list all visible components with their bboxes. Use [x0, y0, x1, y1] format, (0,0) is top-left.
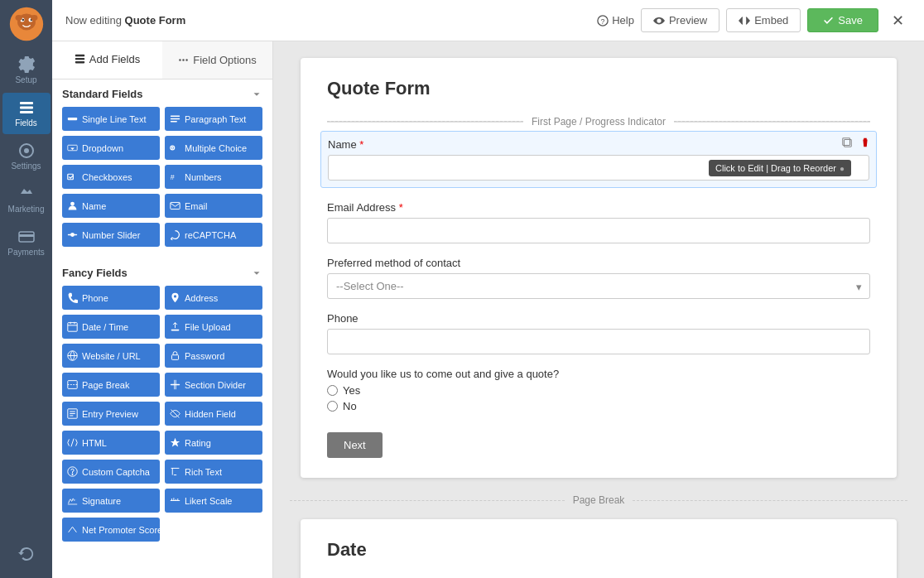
field-btn-phone[interactable]: Phone — [62, 286, 160, 310]
field-btn-likert-scale[interactable]: Likert Scale — [165, 489, 262, 513]
radio-option-yes[interactable]: Yes — [327, 384, 870, 397]
field-delete-button[interactable] — [858, 135, 873, 152]
field-btn-file-upload[interactable]: File Upload — [165, 315, 262, 339]
svg-rect-18 — [75, 61, 84, 63]
setup-icon — [18, 56, 35, 73]
svg-point-9 — [31, 15, 37, 21]
tab-field-options[interactable]: Field Options — [162, 41, 272, 79]
svg-rect-24 — [171, 118, 180, 120]
field-btn-number-slider[interactable]: Number Slider — [62, 223, 160, 247]
field-select-contact-method[interactable]: --Select One-- — [327, 273, 870, 299]
form-field-email[interactable]: Email Address — [327, 201, 870, 243]
svg-rect-12 — [20, 111, 33, 113]
nav-label-marketing: Marketing — [8, 205, 45, 214]
form-field-name[interactable]: Name Click to Edit | Drag to Reorder — [320, 131, 877, 188]
field-btn-page-break[interactable]: Page Break — [62, 373, 160, 397]
field-btn-address[interactable]: Address — [165, 286, 262, 310]
collapse-icon[interactable] — [251, 89, 262, 100]
form-field-quote[interactable]: Would you like us to come out and give a… — [327, 368, 870, 412]
svg-rect-15 — [19, 234, 34, 237]
paragraph-icon — [170, 113, 180, 124]
field-input-email[interactable] — [327, 218, 870, 243]
dropdown-icon — [67, 142, 78, 153]
field-btn-website-url[interactable]: Website / URL — [62, 344, 160, 368]
svg-point-34 — [70, 233, 75, 237]
field-btn-entry-preview[interactable]: Entry Preview — [62, 402, 160, 426]
field-btn-net-promoter-score[interactable]: Net Promoter Score — [62, 518, 160, 542]
field-btn-password[interactable]: Password — [165, 344, 262, 368]
embed-icon — [739, 15, 750, 26]
svg-point-20 — [182, 59, 184, 60]
radio-option-no[interactable]: No — [327, 400, 870, 412]
collapse-fancy-icon[interactable] — [251, 267, 262, 279]
fields-icon — [18, 99, 35, 116]
standard-fields-header: Standard Fields — [62, 88, 262, 100]
fancy-fields-grid: Phone Address Date / Time File Upload We… — [62, 286, 262, 542]
settings-icon — [18, 142, 35, 159]
help-button[interactable]: ? Help — [597, 14, 634, 26]
editing-label: Now editing Quote Form — [65, 14, 185, 26]
field-btn-recaptcha[interactable]: reCAPTCHA — [165, 223, 262, 247]
field-btn-section-divider[interactable]: Section Divider — [165, 373, 262, 397]
svg-point-43 — [72, 474, 73, 474]
copy-icon — [841, 137, 853, 148]
field-btn-signature[interactable]: Signature — [62, 489, 160, 513]
form-preview: Quote Form First Page / Progress Indicat… — [301, 58, 897, 478]
custom-captcha-icon — [67, 466, 78, 477]
field-btn-html[interactable]: HTML — [62, 431, 160, 455]
field-btn-paragraph-text[interactable]: Paragraph Text — [165, 107, 262, 131]
history-icon — [18, 546, 35, 562]
recaptcha-icon — [170, 229, 180, 240]
app-sidebar: Setup Fields Settings Marketing Payments — [0, 0, 52, 578]
fancy-fields-header: Fancy Fields — [62, 267, 262, 279]
add-fields-icon — [75, 54, 85, 65]
svg-rect-23 — [171, 115, 180, 117]
panel-tabs: Add Fields Field Options — [52, 41, 272, 79]
svg-text:?: ? — [601, 17, 605, 25]
fancy-fields-section: Fancy Fields Phone Address Date / Time F… — [52, 258, 272, 553]
field-btn-multiple-choice[interactable]: Multiple Choice — [165, 136, 262, 160]
form-name: Quote Form — [125, 14, 186, 26]
field-btn-rating[interactable]: Rating — [165, 431, 262, 455]
svg-point-28 — [171, 147, 173, 148]
field-copy-button[interactable] — [840, 135, 854, 152]
field-btn-email[interactable]: Email — [165, 194, 262, 218]
field-btn-name[interactable]: Name — [62, 194, 160, 218]
embed-button[interactable]: Embed — [726, 8, 801, 32]
field-btn-date-time[interactable]: Date / Time — [62, 315, 160, 339]
name-icon — [67, 200, 78, 211]
field-btn-checkboxes[interactable]: Checkboxes — [62, 165, 160, 189]
nav-item-settings[interactable]: Settings — [2, 136, 51, 177]
preview-icon — [653, 15, 665, 26]
nav-item-history[interactable] — [2, 539, 51, 571]
close-button[interactable]: ✕ — [885, 8, 911, 33]
payments-icon — [18, 229, 35, 245]
app-logo — [9, 7, 44, 41]
field-btn-custom-captcha[interactable]: Custom Captcha — [62, 460, 160, 484]
form-field-contact-method[interactable]: Preferred method of contact --Select One… — [327, 257, 870, 299]
save-button[interactable]: Save — [807, 8, 878, 32]
nav-item-fields[interactable]: Fields — [2, 93, 51, 134]
next-button[interactable]: Next — [327, 432, 383, 458]
entry-preview-icon — [67, 408, 78, 419]
nav-label-setup: Setup — [15, 75, 36, 84]
svg-rect-22 — [68, 118, 77, 120]
svg-rect-32 — [171, 202, 180, 209]
form-field-phone[interactable]: Phone — [327, 312, 870, 354]
field-btn-single-line-text[interactable]: Single Line Text — [62, 107, 160, 131]
tab-add-fields[interactable]: Add Fields — [52, 41, 162, 79]
field-btn-numbers[interactable]: # Numbers — [165, 165, 262, 189]
field-btn-dropdown[interactable]: Dropdown — [62, 136, 160, 160]
form-title: Quote Form — [327, 78, 870, 99]
radio-no[interactable] — [327, 401, 338, 412]
nav-item-payments[interactable]: Payments — [2, 222, 51, 263]
field-btn-rich-text[interactable]: Rich Text — [165, 460, 262, 484]
nav-item-setup[interactable]: Setup — [2, 50, 51, 91]
nav-item-marketing[interactable]: Marketing — [2, 179, 51, 220]
field-btn-hidden-field[interactable]: Hidden Field — [165, 402, 262, 426]
preview-button[interactable]: Preview — [641, 8, 719, 32]
radio-yes[interactable] — [327, 385, 338, 396]
phone-icon — [67, 292, 78, 303]
field-input-phone[interactable] — [327, 329, 870, 354]
field-label-email: Email Address — [327, 201, 870, 214]
